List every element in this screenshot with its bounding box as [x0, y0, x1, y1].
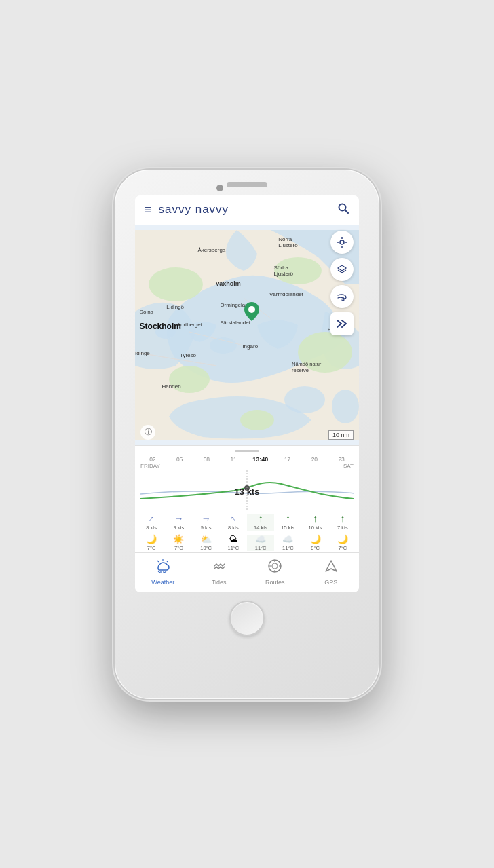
svg-line-23	[158, 571, 160, 573]
svg-point-31	[272, 563, 278, 569]
day-sat: SAT	[343, 463, 354, 469]
wind-kts-3: 8 kts	[228, 525, 239, 531]
svg-line-29	[167, 561, 168, 562]
wind-kts-1: 9 kts	[173, 525, 184, 531]
wind-arrow-1: →	[174, 514, 183, 523]
time-20: 20	[301, 456, 328, 463]
speaker	[227, 182, 267, 187]
day-friday: FRIDAY	[140, 463, 160, 469]
weather-panel: 02 05 08 11 13:40 17 20 23 FRIDAY SAT	[135, 445, 359, 552]
wx-icon-0: 🌙	[146, 535, 157, 544]
layers-btn[interactable]	[330, 258, 354, 281]
nav-weather-label: Weather	[151, 579, 174, 586]
map-scale: 10 nm	[328, 430, 354, 440]
wind-kts-6: 10 kts	[309, 525, 322, 531]
wind-col-2: → 9 kts	[193, 514, 220, 531]
time-05: 05	[166, 456, 193, 463]
wind-col-4: ↑ 14 kts	[247, 514, 274, 531]
search-icon[interactable]	[337, 202, 349, 218]
nav-gps-label: GPS	[324, 579, 337, 586]
menu-icon[interactable]: ≡	[145, 203, 152, 217]
wx-icon-2: ⛅	[201, 535, 212, 544]
location-pin[interactable]	[244, 302, 259, 324]
nav-tides-label: Tides	[212, 579, 227, 586]
time-11: 11	[220, 456, 247, 463]
nav-routes-label: Routes	[265, 579, 285, 586]
weather-nav-icon	[155, 559, 170, 577]
map-controls	[330, 231, 354, 335]
wind-kts-0: 8 kts	[146, 525, 157, 531]
nav-routes[interactable]: Routes	[247, 559, 303, 586]
svg-point-16	[340, 240, 344, 244]
wind-arrow-6: ↑	[313, 514, 318, 523]
wx-temp-7: 7°C	[339, 545, 347, 551]
svg-point-4	[274, 257, 322, 284]
wx-icon-3: 🌤	[229, 535, 238, 544]
time-1340: 13:40	[247, 456, 274, 463]
wx-col-3: 🌤 11°C	[220, 535, 247, 551]
wx-temp-1: 7°C	[174, 545, 183, 551]
routes-nav-icon	[267, 559, 282, 577]
wind-col-3: ↑ 8 kts	[220, 514, 247, 531]
wx-temp-2: 10°C	[200, 545, 212, 551]
panel-handle	[235, 450, 259, 452]
svg-point-10	[284, 386, 325, 413]
wx-col-5: ☁️ 11°C	[274, 535, 301, 551]
wx-temp-0: 7°C	[147, 545, 156, 551]
wx-col-1: ☀️ 7°C	[165, 535, 192, 551]
nav-tides[interactable]: Tides	[191, 559, 248, 586]
wind-col-5: ↑ 15 kts	[274, 514, 301, 531]
wind-chart-area: 13 kts	[135, 470, 359, 511]
wind-arrow-5: ↑	[286, 514, 290, 523]
wx-icon-1: ☀️	[173, 535, 184, 544]
map-area[interactable]: NorraLjusterö Åkersberga SödraLjusterö V…	[135, 225, 359, 445]
camera	[216, 185, 223, 191]
wx-col-6: 🌙 9°C	[302, 535, 329, 551]
wx-temp-4: 11°C	[255, 545, 267, 551]
wind-speed-label: 13 kts	[235, 487, 260, 497]
svg-point-3	[149, 267, 203, 301]
wind-kts-2: 9 kts	[201, 525, 212, 531]
time-02: 02	[139, 456, 166, 463]
gps-nav-icon	[324, 559, 339, 577]
bottom-nav: Weather Tides	[135, 552, 359, 592]
weather-icons-row: 🌙 7°C ☀️ 7°C ⛅ 10°C 🌤 11°C	[135, 532, 359, 552]
nav-gps[interactable]: GPS	[303, 559, 360, 586]
wind-arrow-3: ↑	[228, 513, 238, 523]
tides-nav-icon	[212, 559, 227, 577]
wx-temp-3: 11°C	[227, 545, 239, 551]
svg-point-6	[169, 366, 210, 393]
wind-arrow-7: ↑	[340, 514, 345, 523]
location-btn[interactable]	[330, 231, 354, 254]
phone-frame: ≡ savvy navvy	[115, 170, 379, 699]
day-labels: FRIDAY SAT	[135, 463, 359, 469]
arrows-row: ↑ 8 kts → 9 kts → 9 kts ↑ 8 kts	[135, 511, 359, 532]
home-button[interactable]	[229, 601, 265, 636]
wind-kts-7: 7 kts	[337, 525, 348, 531]
wx-col-4: ☁️ 11°C	[247, 535, 274, 551]
svg-point-5	[298, 332, 352, 373]
forward-btn[interactable]	[330, 312, 354, 335]
svg-point-7	[240, 410, 274, 430]
info-btn[interactable]: ⓘ	[140, 425, 155, 440]
svg-point-9	[210, 337, 237, 354]
time-17: 17	[274, 456, 301, 463]
wx-temp-6: 9°C	[311, 545, 320, 551]
wx-icon-4: ☁️	[255, 535, 266, 544]
wind-col-6: ↑ 10 kts	[302, 514, 329, 531]
wind-col-0: ↑ 8 kts	[138, 514, 165, 531]
wx-icon-5: ☁️	[282, 535, 293, 544]
wind-col-7: ↑ 7 kts	[329, 514, 356, 531]
wind-col-1: → 9 kts	[165, 514, 192, 531]
svg-point-15	[248, 306, 255, 313]
wind-btn[interactable]	[330, 285, 354, 308]
wind-arrow-4: ↑	[259, 514, 263, 523]
nav-weather[interactable]: Weather	[135, 559, 191, 586]
wind-kts-4: 14 kts	[254, 525, 267, 531]
svg-line-26	[164, 571, 166, 573]
app-header: ≡ savvy navvy	[135, 195, 359, 225]
wx-col-0: 🌙 7°C	[138, 535, 165, 551]
svg-line-28	[157, 561, 159, 562]
app-container: ≡ savvy navvy	[135, 195, 359, 592]
svg-point-8	[155, 325, 176, 339]
